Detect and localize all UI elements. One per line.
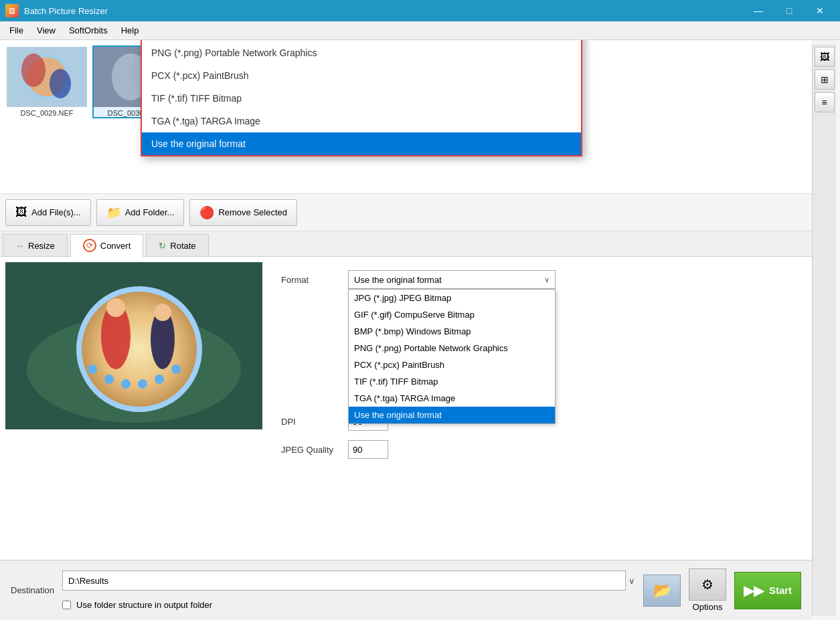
tab-convert[interactable]: ⟳ Convert [70,234,144,257]
start-label: Start [769,585,792,596]
jpeg-quality-row: JPEG Quality [281,440,556,459]
tab-rotate[interactable]: ↻ Rotate [146,234,208,256]
format-option-4[interactable]: PCX (*.pcx) PaintBrush [349,356,555,373]
svg-point-23 [171,365,181,374]
images-icon: 🖼 [820,51,829,62]
close-button[interactable]: ✕ [805,0,835,21]
image-thumb-1[interactable]: DSC_0029.NEF [5,45,88,118]
sidebar-images-button[interactable]: 🖼 [815,47,835,67]
format-option-6[interactable]: TGA (*.tga) TARGA Image [349,390,555,407]
svg-point-18 [88,365,97,374]
big-dropdown-overlay: Use the original format ∨ JPG (*.jpg) JP… [141,40,582,157]
format-option-2[interactable]: BMP (*.bmp) Windows Bitmap [349,323,555,340]
big-dropdown-option-5[interactable]: TIF (*.tif) TIFF Bitmap [142,87,581,110]
svg-point-2 [21,54,46,87]
options-group: ⚙ Options [689,569,726,612]
start-arrow-icon: ▶▶ [744,583,764,599]
add-folder-icon: 📁 [106,205,121,220]
svg-point-21 [138,379,147,389]
format-option-5[interactable]: TIF (*.tif) TIFF Bitmap [349,373,555,390]
add-folder-label: Add Folder... [125,207,175,217]
use-folder-label: Use folder structure in output folder [76,600,212,610]
sidebar-grid-button[interactable]: ⊞ [815,70,835,90]
big-dropdown-option-4[interactable]: PCX (*.pcx) PaintBrush [142,64,581,87]
format-dropdown-container: Use the original format ∨ JPG (*.jpg) JP… [348,270,556,289]
format-selected-text: Use the original format [354,275,442,285]
remove-selected-button[interactable]: 🔴 Remove Selected [189,199,297,226]
svg-point-3 [50,69,71,98]
thumb-image-1 [7,47,87,107]
list-icon: ≡ [821,97,827,108]
format-option-1[interactable]: GIF (*.gif) CompuServe Bitmap [349,306,555,323]
menubar: File View SoftOrbits Help [0,21,840,40]
main-area: DSC_0029.NEF DSC_0030.NEF [0,40,840,620]
use-folder-checkbox[interactable] [62,601,71,609]
remove-icon: 🔴 [199,205,214,220]
tab-resize[interactable]: ↔ Resize [3,234,68,256]
menu-help[interactable]: Help [114,23,146,38]
add-folder-button[interactable]: 📁 Add Folder... [96,199,185,226]
svg-point-22 [155,375,164,384]
start-button[interactable]: ▶▶ Start [734,572,801,609]
thumb-label-1: DSC_0029.NEF [21,109,74,117]
titlebar: 🖼 Batch Picture Resizer — □ ✕ [0,0,840,21]
grid-icon: ⊞ [821,74,829,85]
use-folder-row: Use folder structure in output folder [62,600,635,610]
big-dropdown-option-3[interactable]: PNG (*.png) Portable Network Graphics [142,41,581,64]
svg-point-13 [79,289,199,409]
format-dropdown[interactable]: Use the original format ∨ [348,270,556,289]
svg-point-15 [106,298,125,317]
menu-file[interactable]: File [3,23,30,38]
options-button[interactable]: ⚙ [689,569,726,601]
rotate-icon: ↻ [159,241,166,251]
menu-softorbits[interactable]: SoftOrbits [62,23,114,38]
center-content: DSC_0029.NEF DSC_0030.NEF [0,40,812,620]
right-sidebar: 🖼 ⊞ ≡ [812,44,836,616]
big-dropdown-option-7[interactable]: Use the original format [142,132,581,155]
format-dropdown-list: JPG (*.jpg) JPEG Bitmap GIF (*.gif) Comp… [348,289,556,424]
titlebar-controls: — □ ✕ [744,0,835,21]
form-area: Format Use the original format ∨ JPG (*.… [268,257,569,560]
format-row: Format Use the original format ∨ JPG (*.… [281,270,556,289]
toolbar: 🖼 Add File(s)... 📁 Add Folder... 🔴 Remov… [0,194,812,231]
bottom-bar: Destination ∨ Use folder structure in ou… [0,560,812,620]
tab-convert-label: Convert [100,241,131,251]
titlebar-left: 🖼 Batch Picture Resizer [5,4,108,17]
tab-bar: ↔ Resize ⟳ Convert ↻ Rotate [0,231,812,257]
maximize-button[interactable]: □ [774,0,804,21]
dpi-label: DPI [281,417,341,427]
jpeg-quality-input[interactable] [348,440,388,459]
destination-input[interactable] [62,571,626,591]
gear-icon: ⚙ [701,577,713,593]
jpeg-quality-label: JPEG Quality [281,445,341,455]
sidebar-list-button[interactable]: ≡ [815,92,835,112]
add-files-label: Add File(s)... [31,207,81,217]
content-wrapper: DSC_0029.NEF DSC_0030.NEF [0,40,840,620]
options-label: Options [693,602,723,612]
destination-label: Destination [11,585,54,595]
destination-input-row: ∨ [62,571,635,591]
image-strip: DSC_0029.NEF DSC_0030.NEF [0,40,812,194]
folder-icon: 📂 [653,582,671,599]
destination-wrapper: ∨ Use folder structure in output folder [62,571,635,610]
format-option-3[interactable]: PNG (*.png) Portable Network Graphics [349,340,555,356]
menu-view[interactable]: View [30,23,62,38]
tab-area: ↔ Resize ⟳ Convert ↻ Rotate [0,231,812,560]
add-files-button[interactable]: 🖼 Add File(s)... [5,199,91,226]
preview-area [0,257,268,560]
browse-folder-button[interactable]: 📂 [643,575,681,607]
format-chevron-icon: ∨ [544,276,550,284]
big-dropdown-option-6[interactable]: TGA (*.tga) TARGA Image [142,110,581,132]
format-option-7[interactable]: Use the original format [349,407,555,423]
svg-point-17 [154,304,171,321]
svg-point-19 [104,375,114,384]
app-title: Batch Picture Resizer [24,6,108,16]
app-icon: 🖼 [5,4,19,17]
minimize-button[interactable]: — [744,0,773,21]
resize-icon: ↔ [15,241,24,251]
destination-chevron-icon: ∨ [628,576,635,586]
format-option-0[interactable]: JPG (*.jpg) JPEG Bitmap [349,290,555,306]
convert-circle-icon: ⟳ [83,239,96,252]
remove-selected-label: Remove Selected [218,207,287,217]
add-files-icon: 🖼 [15,205,27,219]
